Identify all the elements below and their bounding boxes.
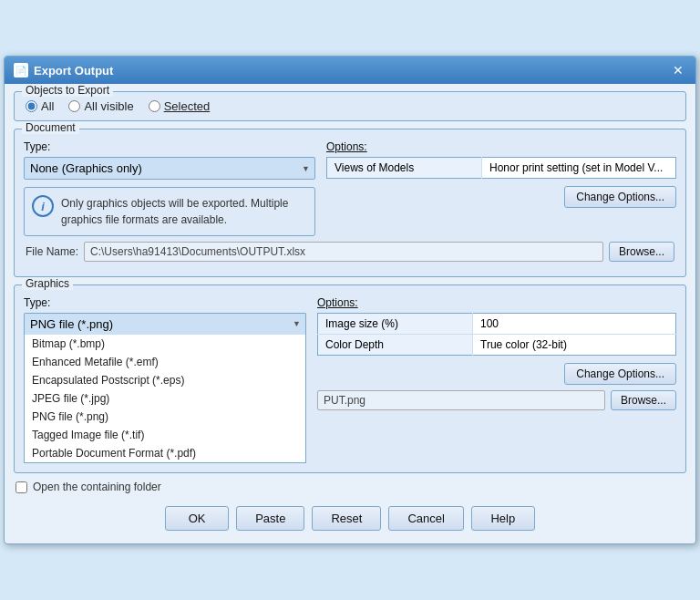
doc-type-label: Type: [24, 140, 315, 153]
graphics-type-select[interactable]: PNG file (*.png) [24, 313, 306, 335]
graphics-left: Type: PNG file (*.png) Bitmap (*.bmp) En… [24, 296, 306, 463]
dropdown-item-bmp[interactable]: Bitmap (*.bmp) [25, 335, 305, 353]
graphics-dropdown[interactable]: Bitmap (*.bmp) Enhanced Metafile (*.emf)… [24, 335, 306, 463]
cancel-button[interactable]: Cancel [388, 506, 463, 531]
export-output-dialog: 📄 Export Output ✕ Objects to Export All … [4, 56, 696, 544]
doc-options-table: Views of Models Honor print setting (set… [326, 157, 676, 179]
open-folder-checkbox[interactable] [15, 481, 27, 493]
open-folder-row: Open the containing folder [15, 481, 685, 493]
doc-change-options-button[interactable]: Change Options... [564, 186, 676, 208]
paste-button[interactable]: Paste [236, 506, 304, 531]
window-title: Export Output [34, 64, 113, 78]
graphics-right: Options: Image size (%) 100 Color Depth … [317, 296, 676, 463]
reset-button[interactable]: Reset [312, 506, 381, 531]
graphics-filename-input[interactable] [317, 390, 605, 410]
bottom-bar: OK Paste Reset Cancel Help [14, 499, 686, 534]
document-layout: Type: None (Graphics only) i Only graphi… [24, 140, 676, 236]
radio-all[interactable]: All [26, 99, 54, 113]
doc-filename-input[interactable] [84, 242, 603, 262]
graphics-filename-row: Browse... [317, 390, 676, 410]
document-right: Options: Views of Models Honor print set… [326, 140, 676, 236]
dropdown-item-jpg[interactable]: JPEG file (*.jpg) [25, 389, 305, 408]
document-group: Document Type: None (Graphics only) i [14, 129, 686, 277]
graphics-group-title: Graphics [22, 277, 73, 290]
help-button[interactable]: Help [471, 506, 535, 531]
graphics-options-col1-1: Color Depth [318, 335, 473, 356]
graphics-options-col1-0: Image size (%) [318, 314, 473, 335]
doc-options-row-0: Views of Models Honor print setting (set… [327, 158, 676, 179]
dropdown-item-png[interactable]: PNG file (*.png) [25, 408, 305, 426]
dropdown-item-pdf[interactable]: Portable Document Format (*.pdf) [25, 444, 305, 462]
titlebar: 📄 Export Output ✕ [5, 57, 695, 84]
graphics-layout: Type: PNG file (*.png) Bitmap (*.bmp) En… [24, 296, 676, 463]
dropdown-item-emf[interactable]: Enhanced Metafile (*.emf) [25, 353, 305, 371]
radio-all-visible-input[interactable] [68, 100, 80, 112]
graphics-options-row-0: Image size (%) 100 [318, 314, 676, 335]
ok-button[interactable]: OK [165, 506, 229, 531]
objects-group-title: Objects to Export [22, 84, 113, 97]
dropdown-item-tif[interactable]: Tagged Image file (*.tif) [25, 426, 305, 444]
doc-filename-label: File Name: [26, 245, 78, 258]
graphics-type-select-wrapper[interactable]: PNG file (*.png) [24, 313, 306, 335]
document-content: Type: None (Graphics only) i Only graphi… [15, 129, 685, 276]
graphics-options-col2-0: 100 [473, 314, 676, 335]
doc-browse-button[interactable]: Browse... [609, 242, 674, 262]
objects-to-export-group: Objects to Export All All visible Select… [14, 91, 686, 121]
radio-group: All All visible Selected [15, 92, 685, 120]
doc-options-col2-0: Honor print setting (set in Model V... [482, 158, 676, 179]
radio-all-label: All [41, 99, 54, 113]
doc-options-col1-0: Views of Models [327, 158, 482, 179]
radio-selected-label: Selected [164, 99, 211, 113]
radio-all-visible-label: All visible [84, 99, 133, 113]
titlebar-left: 📄 Export Output [14, 63, 113, 78]
open-folder-label: Open the containing folder [33, 481, 161, 493]
graphics-options-label: Options: [317, 296, 676, 309]
window-body: Objects to Export All All visible Select… [5, 84, 695, 543]
radio-all-input[interactable] [26, 100, 37, 112]
doc-options-label: Options: [326, 140, 676, 153]
app-icon: 📄 [14, 63, 28, 78]
doc-type-select-wrapper[interactable]: None (Graphics only) [24, 157, 315, 180]
doc-type-select[interactable]: None (Graphics only) [24, 157, 315, 180]
graphics-change-options-button[interactable]: Change Options... [564, 363, 676, 385]
graphics-options-col2-1: True color (32-bit) [473, 335, 676, 356]
radio-selected-input[interactable] [149, 100, 160, 112]
info-icon: i [32, 195, 54, 217]
doc-info-box: i Only graphics objects will be exported… [24, 187, 315, 236]
radio-all-visible[interactable]: All visible [68, 99, 133, 113]
document-left: Type: None (Graphics only) i Only graphi… [24, 140, 315, 236]
dropdown-item-eps[interactable]: Encapsulated Postscript (*.eps) [25, 371, 305, 389]
radio-selected[interactable]: Selected [149, 99, 211, 113]
close-button[interactable]: ✕ [670, 62, 686, 78]
graphics-options-row-1: Color Depth True color (32-bit) [318, 335, 676, 356]
graphics-options-table: Image size (%) 100 Color Depth True colo… [317, 313, 676, 356]
graphics-type-label: Type: [24, 296, 306, 309]
document-group-title: Document [22, 121, 79, 134]
doc-info-text: Only graphics objects will be exported. … [61, 195, 307, 228]
doc-filename-row: File Name: Browse... [24, 242, 676, 262]
graphics-browse-button[interactable]: Browse... [611, 390, 676, 410]
graphics-group: Graphics Type: PNG file (*.png) Bitmap (… [14, 284, 686, 473]
graphics-content: Type: PNG file (*.png) Bitmap (*.bmp) En… [15, 285, 685, 472]
